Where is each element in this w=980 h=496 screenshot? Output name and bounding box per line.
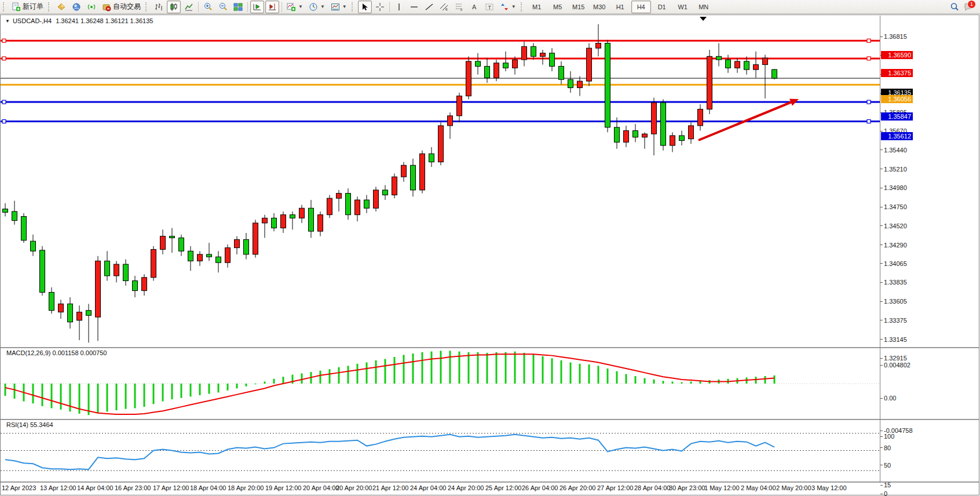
time-axis-label: 26 Apr 04:00 <box>522 484 558 491</box>
chevron-down-icon: ▼ <box>298 4 303 9</box>
price-tag: 1.35847 <box>881 112 913 121</box>
auto-scroll-button[interactable] <box>250 1 264 13</box>
price-tick: 1.34980 <box>880 184 907 192</box>
candlestick-button[interactable] <box>167 1 181 13</box>
market-button[interactable] <box>70 1 83 13</box>
mt4-application: 新订单 自动交易 <box>0 0 980 496</box>
time-axis-label: 30 Apr 23:00 <box>669 484 705 491</box>
price-tick: 1.33605 <box>880 298 907 305</box>
signals-icon <box>87 2 96 12</box>
pane-separator[interactable] <box>1 482 979 483</box>
timeframe-button-m1[interactable]: M1 <box>527 1 547 13</box>
time-axis-label: 24 Apr 04:00 <box>410 484 446 491</box>
price-tick: 1.36815 <box>880 33 907 41</box>
vertical-line-icon <box>394 2 404 12</box>
vertical-line-button[interactable] <box>392 1 406 13</box>
toolbar-grip[interactable] <box>521 2 525 12</box>
time-axis-label: 28 Apr 04:00 <box>634 484 670 491</box>
channel-button[interactable]: E <box>437 1 451 13</box>
search-icon[interactable] <box>950 2 959 12</box>
toolbar-grip[interactable] <box>3 2 7 12</box>
text-icon: A <box>470 2 479 12</box>
chevron-down-icon: ▼ <box>342 4 347 9</box>
bar-chart-button[interactable] <box>152 1 166 13</box>
macd-chart-canvas[interactable] <box>1 348 880 419</box>
rsi-tick: 15 <box>880 482 891 489</box>
text-label-icon: T <box>485 2 494 12</box>
time-axis-label: 21 Apr 12:00 <box>372 484 408 491</box>
autotrading-label: 自动交易 <box>113 2 141 12</box>
new-order-label: 新订单 <box>23 2 43 12</box>
svg-text:E: E <box>445 8 448 11</box>
time-axis-label: 1 May 12:00 <box>704 484 740 491</box>
price-tick: 1.33835 <box>880 279 907 286</box>
time-axis-label: 2 May 20:00 <box>776 484 811 491</box>
zoom-in-button[interactable] <box>201 1 215 13</box>
metaeditor-button[interactable] <box>54 1 68 13</box>
timeframe-button-w1[interactable]: W1 <box>673 1 693 13</box>
trendline-button[interactable] <box>422 1 436 13</box>
new-order-icon <box>12 2 21 12</box>
candlestick-icon <box>169 2 178 12</box>
horizontal-line-button[interactable] <box>407 1 421 13</box>
tile-windows-icon <box>233 2 243 12</box>
timeframe-button-d1[interactable]: D1 <box>652 1 672 13</box>
autotrading-button[interactable]: 自动交易 <box>100 1 143 13</box>
time-axis-label: 3 May 12:00 <box>811 484 847 491</box>
new-order-button[interactable]: 新订单 <box>9 1 46 13</box>
timeframe-button-mn[interactable]: MN <box>694 1 714 13</box>
text-button[interactable]: A <box>467 1 481 13</box>
rsi-chart-canvas[interactable] <box>1 420 880 482</box>
channel-icon: E <box>440 2 449 12</box>
fibonacci-icon: F <box>455 2 464 12</box>
time-axis-label: 25 Apr 12:00 <box>485 484 521 491</box>
time-axis-label: 17 Apr 12:00 <box>153 484 189 491</box>
line-chart-button[interactable] <box>182 1 196 13</box>
bar-chart-icon <box>154 2 163 12</box>
svg-text:F: F <box>460 8 463 12</box>
time-axis-label: 20 Apr 04:00 <box>303 484 339 491</box>
crosshair-button[interactable] <box>373 1 387 13</box>
price-tag: 1.36056 <box>881 95 913 103</box>
periods-button[interactable]: ▼ <box>306 1 327 13</box>
indicators-button[interactable]: ▼ <box>284 1 305 13</box>
metaeditor-icon <box>57 2 66 12</box>
chevron-down-icon: ▼ <box>511 4 516 9</box>
toolbar-grip[interactable] <box>352 2 356 12</box>
toolbar-grip[interactable] <box>145 2 149 12</box>
time-axis-label: 18 Apr 04:00 <box>190 484 226 491</box>
zoom-out-icon <box>218 2 228 12</box>
toolbar-grip[interactable] <box>48 2 52 12</box>
rsi-tick: 100 <box>880 433 894 440</box>
tile-windows-button[interactable] <box>231 1 245 13</box>
time-axis-label: 13 Apr 12:00 <box>40 484 76 491</box>
horizontal-line-icon <box>409 2 419 12</box>
timeframe-toolbar: M1M5M15M30H1H4D1W1MN <box>526 1 714 13</box>
timeframe-button-h4[interactable]: H4 <box>631 1 651 13</box>
chart-window: ▼ USDCAD-,H4 1.36241 1.36248 1.36121 1.3… <box>0 14 979 495</box>
chart-shift-button[interactable] <box>265 1 279 13</box>
svg-text:T: T <box>488 4 491 10</box>
signals-button[interactable] <box>85 1 98 13</box>
main-chart-canvas[interactable] <box>1 16 880 347</box>
price-tick: 1.34520 <box>880 222 907 229</box>
timeframe-button-m15[interactable]: M15 <box>569 1 588 13</box>
price-tick: 1.34750 <box>880 203 907 211</box>
fibonacci-button[interactable]: F <box>452 1 466 13</box>
timeframe-button-m5[interactable]: M5 <box>548 1 568 13</box>
indicators-icon <box>287 2 296 12</box>
rsi-tick: 80 <box>880 444 891 451</box>
cursor-button[interactable] <box>358 1 372 13</box>
arrows-icon <box>500 2 509 12</box>
zoom-out-button[interactable] <box>216 1 230 13</box>
templates-button[interactable]: ▼ <box>328 1 349 13</box>
svg-text:A: A <box>472 3 477 10</box>
time-axis-label: 19 Apr 12:00 <box>265 484 301 491</box>
price-tick: 1.33375 <box>880 316 907 324</box>
arrows-button[interactable]: ▼ <box>498 1 518 13</box>
chat-icon[interactable]: 1 <box>964 2 973 12</box>
rsi-label: RSI(14) 55.3464 <box>6 421 53 428</box>
text-label-button[interactable]: T <box>482 1 496 13</box>
timeframe-button-h1[interactable]: H1 <box>610 1 630 13</box>
timeframe-button-m30[interactable]: M30 <box>590 1 609 13</box>
